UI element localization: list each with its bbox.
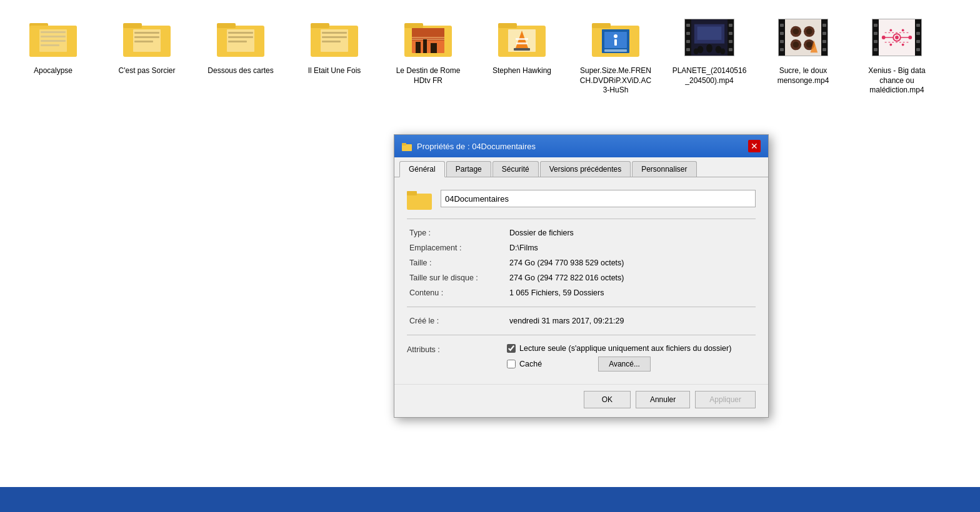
prop-row-taille-disque: Taille sur le disque : 274 Go (294 772 8… [407, 270, 756, 285]
svg-rect-25 [322, 41, 341, 42]
icon-le-destin-de-rome-image [403, 12, 453, 62]
prop-label-taille-disque: Taille sur le disque : [407, 270, 507, 285]
svg-point-61 [806, 29, 812, 35]
dialog-body: Type : Dossier de fichiers Emplacement :… [394, 177, 768, 384]
dialog-footer: OK Annuler Appliquer [394, 384, 768, 417]
svg-rect-33 [423, 39, 427, 53]
svg-point-52 [706, 44, 712, 53]
properties-table: Type : Dossier de fichiers Emplacement :… [407, 225, 756, 300]
svg-rect-21 [311, 23, 329, 28]
apply-button[interactable]: Appliquer [695, 391, 756, 408]
icon-sucre[interactable]: Sucre, le doux mensonge.mp4 [762, 12, 844, 86]
tab-personnaliser[interactable]: Personnaliser [632, 161, 696, 177]
svg-point-79 [902, 44, 904, 46]
tab-general[interactable]: Général [399, 161, 445, 177]
svg-rect-40 [516, 42, 528, 44]
separator-1 [407, 219, 756, 219]
prop-value-taille-disque: 274 Go (294 772 822 016 octets) [507, 270, 756, 285]
icon-le-destin-de-rome[interactable]: Le Destin de Rome HDtv FR [388, 12, 469, 86]
folder-title-icon [402, 141, 412, 151]
folder-name-row [407, 187, 756, 210]
prop-row-contenu: Contenu : 1 065 Fichiers, 59 Dossiers [407, 285, 756, 300]
svg-rect-41 [514, 48, 530, 51]
readonly-checkbox[interactable] [507, 344, 516, 353]
dialog-title-text: Propriétés de : 04Documentaires [417, 142, 536, 151]
svg-point-63 [793, 42, 799, 48]
svg-rect-29 [412, 28, 444, 41]
created-table: Créé le : vendredi 31 mars 2017, 09:21:2… [407, 313, 756, 328]
separator-2 [407, 307, 756, 307]
icon-label-le-destin-de-rome: Le Destin de Rome HDtv FR [391, 66, 466, 86]
prop-row-emplacement: Emplacement : D:\Films [407, 240, 756, 255]
svg-rect-27 [404, 23, 423, 28]
svg-rect-17 [228, 32, 253, 34]
icon-stephen-hawking[interactable]: Stephen Hawking [481, 12, 562, 76]
ok-button[interactable]: OK [584, 391, 631, 408]
icon-xenius[interactable]: Xenius - Big data chance ou malédiction.… [856, 12, 938, 96]
icon-super-size-me-image [591, 12, 641, 62]
prop-row-type: Type : Dossier de fichiers [407, 225, 756, 240]
svg-rect-34 [431, 43, 437, 53]
icon-apocalypse[interactable]: Apocalypse [12, 12, 94, 76]
prop-label-cree: Créé le : [407, 313, 507, 328]
folder-name-input[interactable] [441, 190, 756, 207]
icon-dessous-des-cartes-image [216, 12, 266, 62]
svg-rect-12 [134, 36, 159, 38]
icon-dessous-des-cartes[interactable]: Dessous des cartes [200, 12, 281, 76]
avance-button[interactable]: Avancé... [598, 357, 651, 372]
tab-partage[interactable]: Partage [446, 161, 491, 177]
svg-rect-39 [516, 38, 528, 40]
prop-label-emplacement: Emplacement : [407, 240, 507, 255]
svg-point-76 [889, 29, 892, 31]
svg-rect-83 [407, 191, 417, 195]
svg-point-59 [793, 29, 799, 35]
svg-rect-47 [614, 39, 617, 46]
cancel-button[interactable]: Annuler [636, 391, 690, 408]
svg-rect-19 [228, 41, 247, 42]
svg-point-65 [806, 42, 812, 48]
svg-rect-43 [592, 23, 611, 28]
svg-rect-23 [322, 32, 347, 34]
attr-label: Attributs : [407, 344, 507, 354]
tab-versions[interactable]: Versions précédentes [540, 161, 631, 177]
separator-3 [407, 335, 756, 335]
icon-stephen-hawking-image [497, 12, 547, 62]
taskbar [0, 487, 980, 512]
hidden-label: Caché [519, 360, 542, 368]
svg-rect-82 [407, 194, 432, 210]
svg-point-46 [614, 34, 618, 38]
svg-rect-9 [123, 23, 142, 28]
svg-rect-24 [322, 36, 347, 38]
icon-label-apocalypse: Apocalypse [34, 66, 72, 76]
icon-cest-pas-sorcier[interactable]: C'est pas Sorcier [106, 12, 188, 76]
icon-super-size-me[interactable]: Super.Size.Me.FRENCH.DVDRiP.XViD.AC3-HuS… [575, 12, 656, 96]
prop-value-type: Dossier de fichiers [507, 225, 756, 240]
icon-apocalypse-image [28, 12, 78, 62]
prop-row-taille: Taille : 274 Go (294 770 938 529 octets) [407, 255, 756, 270]
prop-value-cree: vendredi 31 mars 2017, 09:21:29 [507, 313, 756, 328]
svg-point-77 [902, 29, 904, 31]
prop-row-cree: Créé le : vendredi 31 mars 2017, 09:21:2… [407, 313, 756, 328]
readonly-label: Lecture seule (s'applique uniquement aux… [519, 344, 731, 353]
svg-rect-13 [134, 41, 153, 42]
icon-planete-image [684, 12, 734, 62]
tab-securite[interactable]: Sécurité [492, 161, 539, 177]
svg-point-69 [895, 36, 899, 39]
svg-point-78 [889, 44, 892, 46]
dialog-titlebar: Propriétés de : 04Documentaires ✕ [394, 135, 768, 157]
svg-rect-18 [228, 36, 253, 38]
svg-rect-56 [698, 27, 722, 40]
icon-il-etait-une-fois-image [309, 12, 359, 62]
dialog-close-button[interactable]: ✕ [748, 140, 761, 152]
prop-label-contenu: Contenu : [407, 285, 507, 300]
prop-value-taille: 274 Go (294 770 938 529 octets) [507, 255, 756, 270]
icon-label-cest-pas-sorcier: C'est pas Sorcier [119, 66, 176, 76]
hidden-checkbox[interactable] [507, 360, 516, 368]
dialog-title-left: Propriétés de : 04Documentaires [402, 141, 536, 151]
icon-xenius-image [872, 12, 922, 62]
icon-label-sucre: Sucre, le doux mensonge.mp4 [766, 66, 841, 86]
properties-dialog: Propriétés de : 04Documentaires ✕ Généra… [394, 134, 769, 418]
prop-label-type: Type : [407, 225, 507, 240]
icon-planete[interactable]: PLANETE_(20140516_204500).mp4 [669, 12, 750, 86]
icon-il-etait-une-fois[interactable]: Il Etait Une Fois [294, 12, 375, 76]
